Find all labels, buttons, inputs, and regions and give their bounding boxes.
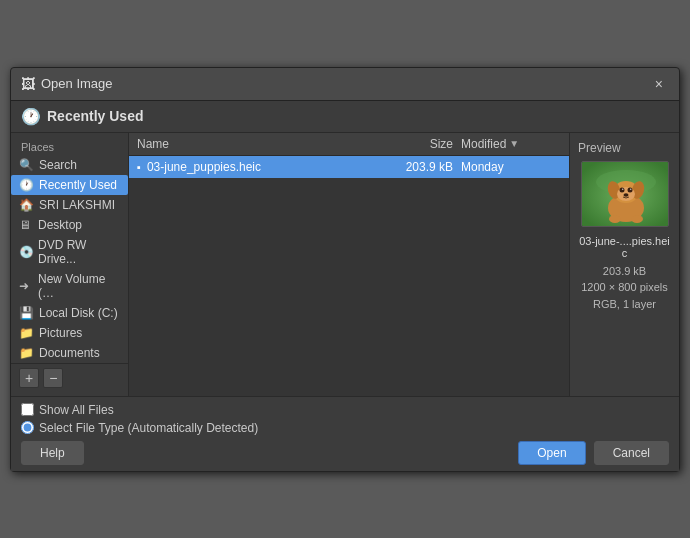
- bottom-area: Show All Files Select File Type (Automat…: [11, 397, 679, 471]
- location-bar: 🕐 Recently Used: [11, 101, 679, 133]
- sidebar-item-search-label: Search: [39, 158, 77, 172]
- dialog-title: Open Image: [41, 76, 113, 91]
- sidebar-item-pictures[interactable]: 📁 Pictures: [11, 323, 128, 343]
- help-button[interactable]: Help: [21, 441, 84, 465]
- local-disk-icon: 💾: [19, 306, 34, 320]
- title-bar: 🖼 Open Image ×: [11, 68, 679, 101]
- file-modified: Monday: [461, 160, 561, 174]
- cancel-button[interactable]: Cancel: [594, 441, 669, 465]
- show-all-files-checkbox[interactable]: [21, 403, 34, 416]
- open-button[interactable]: Open: [518, 441, 585, 465]
- main-area: Places 🔍 Search 🕐 Recently Used 🏠 SRI LA…: [11, 133, 679, 397]
- file-type-label[interactable]: Select File Type (Automatically Detected…: [39, 421, 258, 435]
- location-icon: 🕐: [21, 107, 41, 126]
- file-type-radio[interactable]: [21, 421, 34, 434]
- preview-header: Preview: [578, 141, 621, 155]
- open-image-dialog: 🖼 Open Image × 🕐 Recently Used Places 🔍 …: [10, 67, 680, 472]
- preview-filename: 03-june-....pies.heic: [578, 235, 671, 259]
- desktop-icon: 🖥: [19, 218, 33, 232]
- svg-point-13: [631, 215, 643, 223]
- svg-point-12: [609, 215, 621, 223]
- svg-point-10: [629, 188, 631, 190]
- sidebar-item-dvd-label: DVD RW Drive...: [38, 238, 120, 266]
- file-area: Name Size Modified ▼ ▪ 03-june_puppies.h…: [129, 133, 569, 396]
- places-header: Places: [11, 137, 128, 155]
- file-size: 203.9 kB: [391, 160, 461, 174]
- sidebar-item-dvd-rw[interactable]: 💿 DVD RW Drive...: [11, 235, 128, 269]
- recently-used-icon: 🕐: [19, 178, 34, 192]
- dvd-icon: 💿: [19, 245, 33, 259]
- sidebar-item-desktop[interactable]: 🖥 Desktop: [11, 215, 128, 235]
- dialog-icon: 🖼: [21, 76, 35, 92]
- sidebar-item-documents[interactable]: 📁 Documents: [11, 343, 128, 363]
- file-name: 03-june_puppies.heic: [147, 160, 391, 174]
- svg-point-8: [627, 187, 632, 192]
- col-name-header: Name: [137, 137, 391, 151]
- sidebar-item-local-disk-label: Local Disk (C:): [39, 306, 118, 320]
- file-list[interactable]: ▪ 03-june_puppies.heic 203.9 kB Monday: [129, 156, 569, 396]
- svg-point-11: [623, 193, 628, 197]
- preview-info: 203.9 kB 1200 × 800 pixels RGB, 1 layer: [581, 263, 668, 313]
- sidebar-item-new-volume-label: New Volume (…: [38, 272, 120, 300]
- location-label: Recently Used: [47, 108, 143, 124]
- col-size-header: Size: [391, 137, 461, 151]
- svg-point-9: [621, 188, 623, 190]
- table-row[interactable]: ▪ 03-june_puppies.heic 203.9 kB Monday: [129, 156, 569, 178]
- sidebar-item-search[interactable]: 🔍 Search: [11, 155, 128, 175]
- home-icon: 🏠: [19, 198, 34, 212]
- sidebar: Places 🔍 Search 🕐 Recently Used 🏠 SRI LA…: [11, 133, 129, 396]
- sidebar-item-sri-lakshmi-label: SRI LAKSHMI: [39, 198, 115, 212]
- svg-point-7: [619, 187, 624, 192]
- documents-icon: 📁: [19, 346, 34, 360]
- sidebar-item-sri-lakshmi[interactable]: 🏠 SRI LAKSHMI: [11, 195, 128, 215]
- preview-thumbnail: [582, 162, 669, 227]
- preview-panel: Preview: [569, 133, 679, 396]
- show-all-files-label[interactable]: Show All Files: [39, 403, 114, 417]
- sidebar-bottom: + −: [11, 363, 128, 392]
- col-modified-header: Modified ▼: [461, 137, 561, 151]
- search-icon: 🔍: [19, 158, 34, 172]
- file-header: Name Size Modified ▼: [129, 133, 569, 156]
- preview-image: [581, 161, 669, 227]
- file-type-icon: ▪: [137, 161, 141, 173]
- sidebar-item-new-volume[interactable]: ➜ New Volume (…: [11, 269, 128, 303]
- file-type-row: Select File Type (Automatically Detected…: [21, 421, 669, 435]
- show-all-files-row: Show All Files: [21, 403, 669, 417]
- sort-icon: ▼: [509, 138, 519, 149]
- new-volume-icon: ➜: [19, 279, 33, 293]
- sidebar-item-local-disk[interactable]: 💾 Local Disk (C:): [11, 303, 128, 323]
- close-button[interactable]: ×: [649, 74, 669, 94]
- title-bar-left: 🖼 Open Image: [21, 76, 113, 92]
- sidebar-item-pictures-label: Pictures: [39, 326, 82, 340]
- button-row: Help Open Cancel: [21, 439, 669, 465]
- sidebar-item-recently-used-label: Recently Used: [39, 178, 117, 192]
- add-place-button[interactable]: +: [19, 368, 39, 388]
- sidebar-item-recently-used[interactable]: 🕐 Recently Used: [11, 175, 128, 195]
- pictures-icon: 📁: [19, 326, 34, 340]
- sidebar-item-desktop-label: Desktop: [38, 218, 82, 232]
- remove-place-button[interactable]: −: [43, 368, 63, 388]
- sidebar-item-documents-label: Documents: [39, 346, 100, 360]
